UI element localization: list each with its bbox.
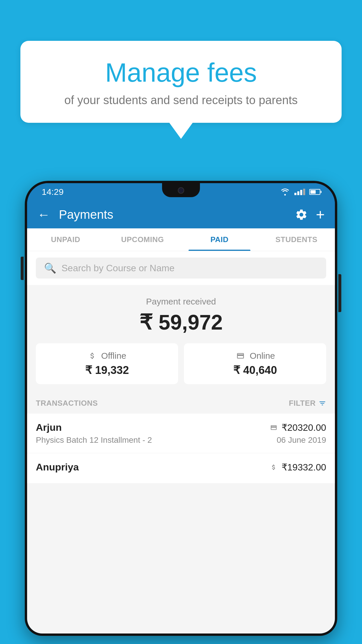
- tab-upcoming[interactable]: UPCOMING: [104, 228, 181, 251]
- offline-amount: ₹ 19,332: [85, 364, 129, 377]
- transaction-amount-wrapper: ₹20320.00: [269, 422, 326, 433]
- payment-received-label: Payment received: [36, 297, 326, 307]
- app-bar-actions: +: [295, 207, 325, 222]
- transaction-item[interactable]: Anupriya ₹19332.00: [27, 453, 335, 484]
- transaction-item[interactable]: Arjun ₹20320.00 Physics: [27, 414, 335, 453]
- transaction-list: Arjun ₹20320.00 Physics: [27, 414, 335, 484]
- phone-notch: [162, 183, 200, 197]
- status-icons: [280, 188, 320, 196]
- add-button[interactable]: +: [316, 207, 325, 222]
- payment-summary: Payment received ₹ 59,972 Offli: [27, 285, 335, 393]
- phone-outer-shell: 14:29: [25, 181, 337, 636]
- transactions-label: TRANSACTIONS: [36, 399, 98, 408]
- filter-label: FILTER: [289, 399, 316, 408]
- app-bar: ← Payments +: [27, 201, 335, 228]
- phone-screen: 14:29: [27, 183, 335, 634]
- manage-fees-subtitle: of your students and send receipts to pa…: [41, 94, 321, 107]
- cash-icon: [88, 352, 97, 360]
- transaction-type-icon: [269, 464, 278, 471]
- main-content: 🔍 Search by Course or Name Payment recei…: [27, 251, 335, 634]
- transaction-date: 06 June 2019: [277, 435, 326, 445]
- offline-payment-card: Offline ₹ 19,332: [36, 343, 178, 384]
- battery-fill: [310, 190, 316, 194]
- tab-paid[interactable]: PAID: [181, 228, 258, 251]
- speech-bubble-arrow: [169, 123, 193, 139]
- transaction-amount: ₹20320.00: [282, 422, 326, 433]
- search-placeholder-text: Search by Course or Name: [61, 263, 175, 274]
- phone-mockup: 14:29: [25, 181, 337, 644]
- search-bar-wrapper: 🔍 Search by Course or Name: [27, 251, 335, 285]
- gear-icon[interactable]: [295, 208, 308, 221]
- manage-fees-title: Manage fees: [41, 58, 321, 87]
- search-input-box[interactable]: 🔍 Search by Course or Name: [36, 258, 326, 279]
- transaction-row-bottom: Physics Batch 12 Installment - 2 06 June…: [36, 435, 326, 445]
- back-button[interactable]: ←: [37, 207, 50, 222]
- online-label: Online: [250, 351, 275, 361]
- speech-bubble: Manage fees of your students and send re…: [20, 41, 342, 123]
- card-icon: [235, 352, 246, 360]
- filter-icon: [319, 400, 326, 407]
- search-icon: 🔍: [44, 262, 56, 274]
- payment-breakdown-cards: Offline ₹ 19,332: [36, 343, 326, 384]
- payment-total-amount: ₹ 59,972: [36, 310, 326, 335]
- phone-content: ← Payments + UNPAID UPCOMING PAID: [27, 201, 335, 634]
- online-payment-card: Online ₹ 40,640: [184, 343, 326, 384]
- transaction-detail: Physics Batch 12 Installment - 2: [36, 435, 152, 445]
- speech-bubble-container: Manage fees of your students and send re…: [20, 41, 342, 139]
- transaction-row-top: Arjun ₹20320.00: [36, 422, 326, 433]
- transaction-type-icon: [269, 424, 278, 431]
- transactions-header: TRANSACTIONS FILTER: [27, 393, 335, 414]
- transaction-amount-wrapper: ₹19332.00: [269, 462, 326, 473]
- offline-label: Offline: [101, 351, 126, 361]
- signal-icon: [294, 189, 305, 195]
- transaction-name: Anupriya: [36, 461, 79, 473]
- filter-button[interactable]: FILTER: [289, 399, 326, 408]
- status-time: 14:29: [42, 187, 64, 197]
- transaction-amount: ₹19332.00: [282, 462, 326, 473]
- offline-card-header: Offline: [88, 351, 126, 361]
- camera: [178, 187, 184, 194]
- transaction-name: Arjun: [36, 422, 62, 433]
- transaction-row-top: Anupriya ₹19332.00: [36, 461, 326, 473]
- tab-students[interactable]: STUDENTS: [258, 228, 335, 251]
- tab-unpaid[interactable]: UNPAID: [27, 228, 104, 251]
- battery-icon: [309, 189, 320, 195]
- online-card-header: Online: [235, 351, 275, 361]
- tabs-bar: UNPAID UPCOMING PAID STUDENTS: [27, 228, 335, 251]
- wifi-icon: [280, 188, 290, 196]
- screen-title: Payments: [59, 208, 286, 222]
- online-amount: ₹ 40,640: [233, 364, 277, 377]
